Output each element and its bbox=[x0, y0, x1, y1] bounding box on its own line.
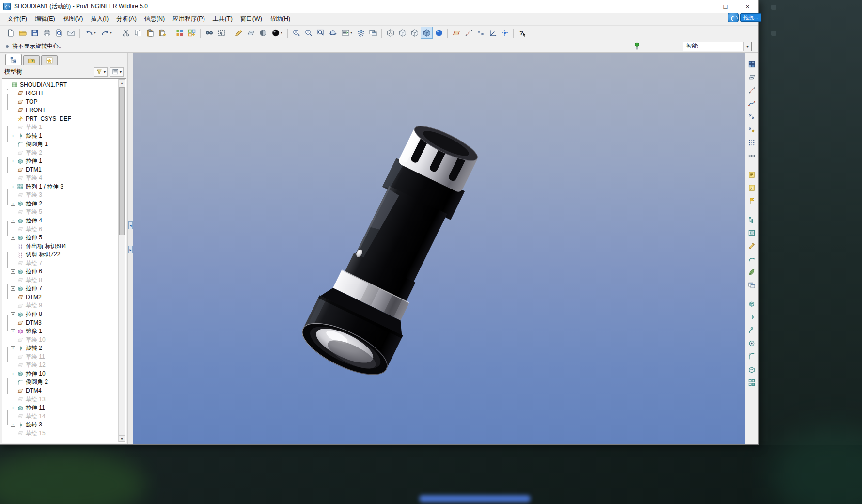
csys-toggle[interactable]: ▾ bbox=[486, 27, 499, 39]
send-email-button[interactable]: ▾ bbox=[65, 27, 77, 39]
tree-item[interactable]: + SHOUDIAN1.PRT bbox=[3, 80, 118, 89]
tree-item[interactable]: + 旋转 3 bbox=[3, 421, 118, 429]
tree-item[interactable]: + 草绘 2 bbox=[3, 148, 118, 157]
regenerate-button[interactable]: ▾ bbox=[173, 27, 186, 39]
model-tree-columns-button[interactable] bbox=[747, 214, 757, 225]
expand-toggle-icon[interactable]: + bbox=[11, 372, 15, 376]
tree-item[interactable]: + DTM4 bbox=[3, 387, 118, 395]
tree-item[interactable]: + 草绘 15 bbox=[3, 429, 118, 438]
combo-arrow-icon[interactable]: ▾ bbox=[743, 42, 751, 51]
tree-item[interactable]: + 旋转 2 bbox=[3, 344, 118, 353]
hole-tool[interactable] bbox=[747, 338, 757, 348]
tree-item[interactable]: + 草绘 4 bbox=[3, 174, 118, 183]
expand-toggle-icon[interactable]: + bbox=[11, 159, 15, 163]
tree-item[interactable]: + 拉伸 5 bbox=[3, 234, 118, 242]
csys-tool[interactable] bbox=[747, 150, 757, 161]
tree-item[interactable]: + 草绘 10 bbox=[3, 335, 118, 344]
copy-button[interactable]: ▾ bbox=[132, 27, 144, 39]
tree-item[interactable]: + 草绘 8 bbox=[3, 276, 118, 285]
menu-applications[interactable]: 应用程序(P) bbox=[169, 13, 209, 25]
overlay-badge-icon[interactable] bbox=[728, 13, 739, 22]
selection-filter-button[interactable] bbox=[747, 59, 757, 69]
round-tool[interactable] bbox=[747, 351, 757, 362]
minimize-button[interactable]: – bbox=[693, 0, 715, 13]
expand-toggle-icon[interactable]: + bbox=[11, 406, 15, 410]
tab-model-tree[interactable] bbox=[5, 54, 22, 65]
tree-item[interactable]: + 阵列 1 / 拉伸 3 bbox=[3, 183, 118, 191]
expand-toggle-icon[interactable]: + bbox=[11, 236, 15, 240]
dropdown-arrow-icon[interactable]: ▾ bbox=[281, 31, 282, 35]
expand-toggle-icon[interactable]: + bbox=[11, 286, 15, 291]
tree-scrollbar[interactable]: ▴ ▾ bbox=[118, 79, 125, 442]
tree-item[interactable]: + 拉伸 6 bbox=[3, 268, 118, 276]
splitter-expand-icon[interactable]: ▸ bbox=[128, 246, 133, 253]
datum-points-toggle[interactable]: ▾ bbox=[474, 27, 486, 39]
datum-display-button[interactable]: ▾ bbox=[245, 27, 257, 39]
menu-tools[interactable]: 工具(T) bbox=[209, 13, 236, 25]
extrude-tool[interactable] bbox=[747, 299, 757, 309]
tree-item[interactable]: + 草绘 3 bbox=[3, 191, 118, 200]
tab-favorites[interactable] bbox=[41, 55, 58, 65]
refit-button[interactable]: ▾ bbox=[314, 27, 327, 39]
tree-item[interactable]: + FRONT bbox=[3, 106, 118, 115]
revolve-tool[interactable] bbox=[747, 312, 757, 322]
new-button[interactable]: ▾ bbox=[4, 27, 16, 39]
note-tool[interactable] bbox=[747, 182, 757, 193]
tree-item[interactable]: + 拉伸 8 bbox=[3, 310, 118, 319]
dropdown-arrow-icon[interactable]: ▾ bbox=[94, 31, 96, 35]
tree-item[interactable]: + 拉伸 10 bbox=[3, 370, 118, 378]
render-style-button[interactable]: ▾ bbox=[257, 27, 269, 39]
tree-item[interactable]: + 草绘 5 bbox=[3, 208, 118, 217]
menu-edit[interactable]: 编辑(E) bbox=[31, 13, 59, 25]
save-button[interactable]: ▾ bbox=[29, 27, 41, 39]
tree-item[interactable]: + 拉伸 1 bbox=[3, 157, 118, 166]
tree-item[interactable]: + TOP bbox=[3, 97, 118, 106]
annotation-tool[interactable] bbox=[747, 169, 757, 180]
viewport-3d[interactable] bbox=[133, 53, 745, 444]
context-help-button[interactable]: ▾ bbox=[516, 27, 528, 39]
cut-button[interactable]: ▾ bbox=[120, 27, 132, 39]
saved-views-button[interactable]: ▾ bbox=[339, 27, 355, 39]
auto-regenerate-button[interactable]: ▾ bbox=[186, 27, 198, 39]
tree-item[interactable]: + DTM1 bbox=[3, 165, 118, 174]
splitter-collapse-icon[interactable]: ◂ bbox=[128, 221, 133, 229]
zoom-in-button[interactable]: ▾ bbox=[290, 27, 302, 39]
menu-help[interactable]: 帮助(H) bbox=[266, 13, 294, 25]
expand-toggle-icon[interactable]: + bbox=[11, 219, 15, 223]
tree-settings-button[interactable]: ▾ bbox=[110, 67, 124, 77]
zoom-out-button[interactable]: ▾ bbox=[302, 27, 314, 39]
tree-item[interactable]: + 拉伸 7 bbox=[3, 284, 118, 293]
tree-item[interactable]: + 拉伸 2 bbox=[3, 200, 118, 208]
tree-item[interactable]: + 拉伸 11 bbox=[3, 404, 118, 412]
offset-point-tool[interactable] bbox=[747, 124, 757, 135]
point-array-tool[interactable] bbox=[747, 137, 757, 148]
swept-blend-tool[interactable] bbox=[747, 253, 757, 264]
desktop-icon[interactable] bbox=[771, 31, 776, 36]
tree-item[interactable]: + 草绘 14 bbox=[3, 412, 118, 421]
menu-file[interactable]: 文件(F) bbox=[3, 13, 31, 25]
datum-planes-toggle[interactable]: ▾ bbox=[450, 27, 462, 39]
maximize-button[interactable]: □ bbox=[715, 0, 737, 13]
spin-center-toggle[interactable]: ▾ bbox=[499, 27, 511, 39]
no-hidden-button[interactable]: ▾ bbox=[408, 27, 421, 39]
menu-view[interactable]: 视图(V) bbox=[59, 13, 87, 25]
tree-item[interactable]: + 旋转 1 bbox=[3, 131, 118, 140]
datum-curve-tool[interactable] bbox=[747, 98, 757, 109]
print-preview-button[interactable]: ▾ bbox=[53, 27, 65, 39]
tree-item[interactable]: + 草绘 6 bbox=[3, 225, 118, 234]
paste-special-button[interactable]: ▾ bbox=[156, 27, 168, 39]
datum-point-tool[interactable] bbox=[747, 111, 757, 122]
sketch-tool-button[interactable]: ▾ bbox=[233, 27, 245, 39]
tree-item[interactable]: + 倒圆角 1 bbox=[3, 140, 118, 149]
shaded-button[interactable]: ▾ bbox=[421, 27, 433, 39]
datum-plane-tool[interactable] bbox=[747, 72, 757, 82]
expand-toggle-icon[interactable]: + bbox=[11, 329, 15, 333]
menu-window[interactable]: 窗口(W) bbox=[236, 13, 266, 25]
expand-toggle-icon[interactable]: + bbox=[11, 269, 15, 274]
scrollbar-thumb[interactable] bbox=[119, 87, 125, 235]
menu-insert[interactable]: 插入(I) bbox=[87, 13, 112, 25]
tree-item[interactable]: + 草绘 11 bbox=[3, 353, 118, 362]
view-frame-tool[interactable] bbox=[747, 227, 757, 238]
window-cascade-tool[interactable] bbox=[747, 280, 757, 290]
tree-item[interactable]: + 草绘 9 bbox=[3, 301, 118, 310]
